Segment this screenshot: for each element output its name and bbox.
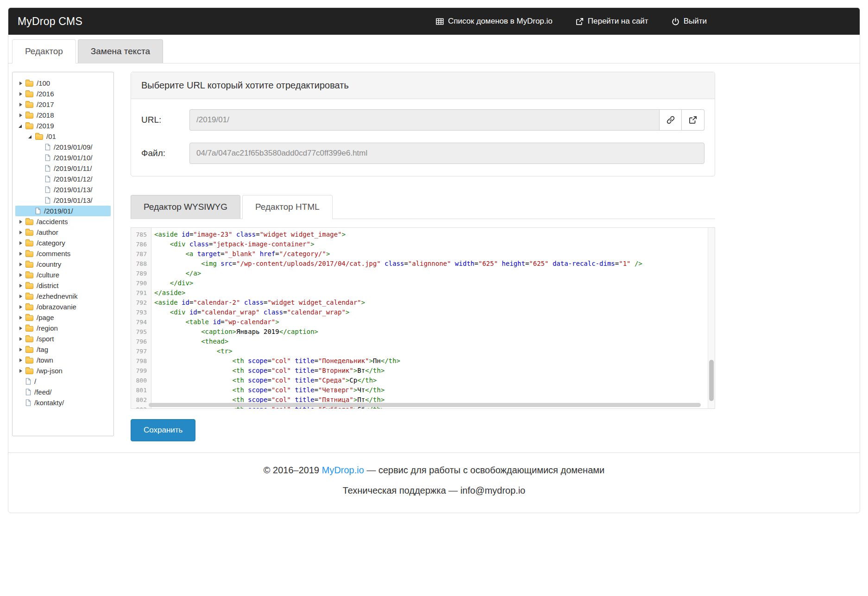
tree-item-label: /2019/01/13/ [54, 186, 92, 194]
tree-item[interactable]: /2019/01/11/ [15, 163, 111, 174]
horizontal-scrollbar-thumb[interactable] [149, 403, 701, 407]
tab-editor[interactable]: Редактор [12, 39, 76, 63]
code-line: 801 <th scope="col" title="Четверг">Чт</… [131, 385, 715, 395]
tree-item-label: /feed/ [34, 388, 52, 396]
folder-icon [25, 262, 33, 268]
folder-icon [25, 315, 33, 321]
go-to-site-link[interactable]: Перейти на сайт [576, 17, 648, 26]
folder-icon [25, 326, 33, 332]
tree-item[interactable]: /feed/ [15, 387, 111, 397]
caret-collapsed-icon[interactable] [17, 336, 25, 342]
tree-item[interactable]: /kontakty/ [15, 397, 111, 408]
folder-icon [25, 283, 33, 289]
line-number: 795 [131, 327, 151, 337]
caret-collapsed-icon[interactable] [17, 240, 25, 246]
domain-list-label: Список доменов в MyDrop.io [448, 17, 553, 26]
file-icon [45, 197, 50, 204]
line-number: 791 [131, 288, 151, 298]
open-url-button[interactable] [682, 109, 704, 131]
folder-icon [25, 81, 33, 87]
vertical-scrollbar-thumb[interactable] [709, 360, 714, 402]
code-lines: 785<aside id="image-23" class="widget wi… [131, 228, 715, 409]
file-tree: /100/2016/2017/2018/2019/01/2019/01/09//… [12, 72, 114, 436]
tree-item[interactable]: /2019 [15, 120, 111, 131]
tree-item[interactable]: /2019/01/10/ [15, 152, 111, 163]
mydrop-link[interactable]: MyDrop.io [322, 465, 364, 475]
html-code-editor[interactable]: 785<aside id="image-23" class="widget wi… [131, 227, 715, 409]
tree-item[interactable]: / [15, 376, 111, 387]
tree-item[interactable]: /district [15, 280, 111, 291]
tree-item-label: /obrazovanie [37, 303, 76, 311]
caret-spacer [37, 176, 45, 182]
caret-expanded-icon[interactable] [27, 133, 35, 140]
tree-item[interactable]: /2018 [15, 110, 111, 120]
tab-text-replace[interactable]: Замена текста [78, 39, 163, 63]
tree-item[interactable]: /wp-json [15, 365, 111, 376]
caret-expanded-icon[interactable] [17, 123, 25, 129]
caret-collapsed-icon[interactable] [17, 314, 25, 321]
copyright-line: © 2016–2019 MyDrop.io — сервис для работ… [8, 465, 860, 476]
tab-wysiwyg-editor[interactable]: Редактор WYSIWYG [131, 195, 240, 219]
tree-item[interactable]: /author [15, 227, 111, 238]
vertical-scrollbar[interactable] [708, 228, 715, 408]
tree-item-label: /2019/01/12/ [54, 175, 92, 183]
tree-item[interactable]: /accidents [15, 216, 111, 227]
tree-item-label: /ezhednevnik [37, 292, 77, 300]
caret-collapsed-icon[interactable] [17, 91, 25, 97]
tree-item[interactable]: /culture [15, 270, 111, 280]
caret-collapsed-icon[interactable] [17, 261, 25, 268]
tree-item[interactable]: /2019/01/ [15, 206, 111, 216]
line-number: 789 [131, 269, 151, 278]
power-icon [672, 18, 679, 25]
tree-item[interactable]: /ezhednevnik [15, 291, 111, 301]
file-icon [45, 144, 50, 151]
caret-collapsed-icon[interactable] [17, 325, 25, 332]
domain-list-link[interactable]: Список доменов в MyDrop.io [436, 17, 553, 26]
tree-item[interactable]: /sport [15, 333, 111, 344]
logout-link[interactable]: Выйти [672, 17, 707, 26]
caret-collapsed-icon[interactable] [17, 229, 25, 236]
tree-item[interactable]: /town [15, 355, 111, 365]
tree-item[interactable]: /01 [15, 131, 111, 142]
tree-item[interactable]: /2016 [15, 88, 111, 99]
caret-collapsed-icon[interactable] [17, 101, 25, 108]
tree-item[interactable]: /category [15, 238, 111, 248]
tree-item[interactable]: /2019/01/13/ [15, 184, 111, 195]
code-line-text: </div> [151, 278, 193, 288]
tree-item[interactable]: /obrazovanie [15, 301, 111, 312]
caret-collapsed-icon[interactable] [17, 282, 25, 289]
caret-collapsed-icon[interactable] [17, 272, 25, 278]
caret-spacer [17, 378, 25, 385]
url-input[interactable] [189, 109, 659, 131]
save-button[interactable]: Сохранить [131, 419, 195, 441]
chain-link-icon [667, 116, 675, 124]
caret-collapsed-icon[interactable] [17, 219, 25, 225]
caret-collapsed-icon[interactable] [17, 251, 25, 257]
tree-item[interactable]: /region [15, 323, 111, 333]
caret-collapsed-icon[interactable] [17, 357, 25, 364]
tree-item-label: / [34, 377, 36, 385]
tree-item[interactable]: /comments [15, 248, 111, 259]
brand-title[interactable]: MyDrop CMS [18, 15, 82, 28]
tree-item[interactable]: /country [15, 259, 111, 270]
caret-collapsed-icon[interactable] [17, 304, 25, 310]
tree-item[interactable]: /2017 [15, 99, 111, 110]
tab-html-editor[interactable]: Редактор HTML [242, 195, 333, 219]
caret-collapsed-icon[interactable] [17, 368, 25, 374]
folder-icon [25, 337, 33, 342]
tree-item[interactable]: /100 [15, 78, 111, 88]
file-path-input[interactable] [189, 143, 704, 164]
code-line: 795 <caption>Январь 2019</caption> [131, 327, 715, 337]
tree-item[interactable]: /tag [15, 344, 111, 355]
tree-item-label: /2019/01/13/ [54, 196, 92, 204]
caret-collapsed-icon[interactable] [17, 293, 25, 300]
tree-item[interactable]: /2019/01/12/ [15, 174, 111, 184]
caret-collapsed-icon[interactable] [17, 80, 25, 87]
tree-item[interactable]: /2019/01/09/ [15, 142, 111, 152]
caret-collapsed-icon[interactable] [17, 346, 25, 353]
tree-item[interactable]: /2019/01/13/ [15, 195, 111, 206]
folder-icon [25, 220, 33, 225]
tree-item[interactable]: /page [15, 312, 111, 323]
link-button[interactable] [659, 109, 682, 131]
caret-collapsed-icon[interactable] [17, 112, 25, 119]
